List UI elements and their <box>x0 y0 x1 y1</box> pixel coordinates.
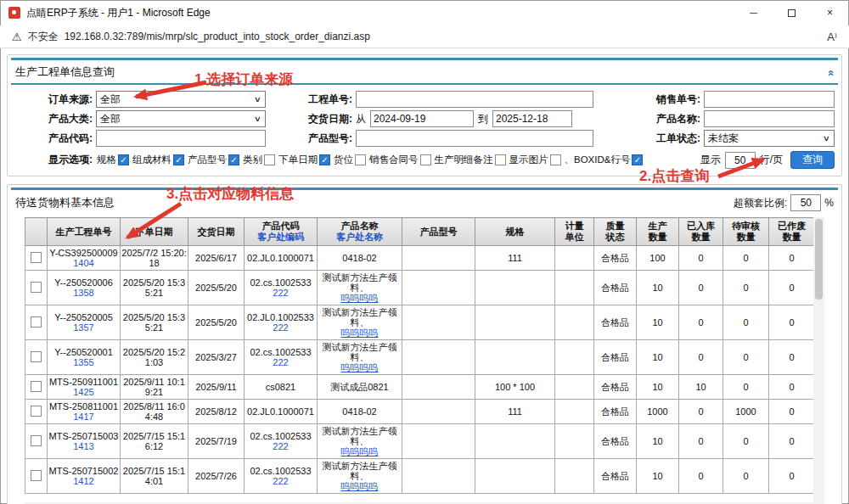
row-checkbox[interactable] <box>31 381 42 392</box>
qty-in-cell: 0 <box>679 459 723 494</box>
url-text[interactable]: 192.168.0.32:789/mis/mrp/slc_product_int… <box>65 31 370 42</box>
material-row[interactable]: MTS-25071500214122025/7/15 15:14:012025/… <box>25 459 815 494</box>
order-status-select[interactable]: 未结案 ∨ <box>704 130 835 147</box>
order-no-sub[interactable]: 1425 <box>48 387 119 397</box>
material-row[interactable]: MTS-25081100114172025/8/11 16:04:482025/… <box>25 400 815 424</box>
project-no-input[interactable] <box>356 91 593 108</box>
row-checkbox[interactable] <box>31 282 42 293</box>
date-to-input[interactable] <box>492 110 572 127</box>
product-name: 测试新方法生产领料、 <box>318 307 401 328</box>
spec-cell: 111 <box>475 246 555 271</box>
display-option[interactable]: 下单日期✓ <box>278 154 330 166</box>
row-checkbox[interactable] <box>31 406 42 417</box>
checkbox-icon[interactable]: ✓ <box>632 154 643 165</box>
product-name-link[interactable]: 呜呜呜呜 <box>318 362 401 372</box>
order-source-select[interactable]: 全部 ∨ <box>96 91 266 108</box>
ratio-input[interactable] <box>790 194 821 211</box>
read-aloud-icon[interactable]: A⁾ <box>827 31 837 43</box>
category-label: 产品大类: <box>14 112 93 126</box>
material-row[interactable]: Y--25052000513572025/5/20 15:35:212025/5… <box>25 305 815 340</box>
quality-cell: 合格品 <box>594 246 637 271</box>
display-option[interactable]: 销售合同号 <box>369 154 431 166</box>
row-checkbox[interactable] <box>31 470 42 481</box>
order-no-sub[interactable]: 1358 <box>48 288 119 298</box>
order-date-cell: 2025/9/11 10:19:21 <box>121 375 188 400</box>
minimize-button[interactable]: ─ <box>734 0 773 25</box>
collapse-icon[interactable]: « <box>824 70 837 75</box>
page-size-input[interactable] <box>725 152 756 169</box>
checkbox-icon[interactable] <box>264 154 275 165</box>
column-header-8: 质量状态 <box>594 218 637 246</box>
product-code-sub[interactable]: 222 <box>245 288 316 298</box>
display-option[interactable]: 规格✓ <box>97 154 129 166</box>
sales-no-input[interactable] <box>704 91 835 108</box>
row-checkbox[interactable] <box>31 316 42 328</box>
page-size-suffix: 行/页 <box>760 153 783 167</box>
product-name-input[interactable] <box>704 110 835 127</box>
product-name-link[interactable]: 呜呜呜呜 <box>318 293 401 303</box>
material-row[interactable]: Y-CS39250000914042025/7/2 15:20:182025/6… <box>25 246 815 271</box>
row-checkbox[interactable] <box>31 435 42 446</box>
materials-header-row: 生产工程单号下单日期交货日期产品代码客户处编码产品名称客户处名称产品型号规格计量… <box>25 218 815 246</box>
search-button[interactable]: 查询 <box>790 151 835 169</box>
product-code-sub[interactable]: 222 <box>245 357 316 367</box>
order-no-sub[interactable]: 1355 <box>48 357 119 367</box>
page-size-group: 显示 行/页 查询 <box>700 151 835 169</box>
checkbox-icon[interactable]: ✓ <box>319 154 330 165</box>
display-option[interactable]: 显示图片 <box>509 154 561 166</box>
product-name-cell: 测试新方法生产领料、呜呜呜呜 <box>318 271 402 305</box>
order-no-sub[interactable]: 1404 <box>48 258 119 268</box>
checkbox-icon[interactable]: ✓ <box>173 154 184 165</box>
product-code: cs0821 <box>245 382 316 392</box>
material-row[interactable]: MTS-25071500314132025/7/15 15:16:122025/… <box>25 424 815 459</box>
order-no-sub[interactable]: 1357 <box>48 322 119 333</box>
display-option[interactable]: 生产明细备注 <box>435 154 506 166</box>
product-code-sub[interactable]: 222 <box>245 441 316 451</box>
date-from-input[interactable] <box>370 110 474 127</box>
product-code-input[interactable] <box>96 130 266 147</box>
warning-icon[interactable]: ⚠ <box>12 31 22 43</box>
security-label: 不安全 <box>28 30 59 44</box>
checkbox-icon[interactable] <box>550 154 561 165</box>
checkbox-icon[interactable]: ✓ <box>228 154 239 165</box>
order-no-sub[interactable]: 1417 <box>48 412 119 422</box>
display-option[interactable]: 产品型号✓ <box>188 154 239 166</box>
checkbox-icon[interactable] <box>495 154 506 165</box>
product-name-link[interactable]: 呜呜呜呜 <box>318 328 401 338</box>
product-name-link[interactable]: 呜呜呜呜 <box>318 481 401 491</box>
material-row[interactable]: Y--25052000613582025/5/20 15:35:212025/5… <box>25 271 815 305</box>
row-checkbox[interactable] <box>31 351 42 362</box>
browser-addressbar[interactable]: ⚠ 不安全 192.168.0.32:789/mis/mrp/slc_produ… <box>0 25 849 48</box>
category-select[interactable]: 全部 ∨ <box>96 110 266 127</box>
maximize-button[interactable] <box>773 0 811 25</box>
vertical-scrollbar-thumb[interactable] <box>815 219 823 300</box>
close-button[interactable]: × <box>811 0 849 25</box>
checkbox-icon[interactable] <box>355 154 366 165</box>
product-code-cell: 02.cs.1002533222 <box>245 459 318 494</box>
chevron-down-icon: ∨ <box>823 134 830 143</box>
display-option[interactable]: 货位 <box>334 154 366 166</box>
display-option[interactable]: BOXID&行号✓ <box>574 154 643 166</box>
checkbox-icon[interactable]: ✓ <box>118 154 129 165</box>
product-code-sub[interactable]: 222 <box>245 322 316 333</box>
order-no-sub[interactable]: 1412 <box>48 476 119 486</box>
qty-pending-cell: 0 <box>723 305 769 340</box>
checkbox-icon[interactable] <box>420 154 431 165</box>
qty-produce-cell: 10 <box>637 459 679 494</box>
product-model-input[interactable] <box>356 130 593 147</box>
qty-void-cell: 0 <box>769 340 815 375</box>
product-name-link[interactable]: 呜呜呜呜 <box>318 446 401 456</box>
materials-table: 生产工程单号下单日期交货日期产品代码客户处编码产品名称客户处名称产品型号规格计量… <box>25 217 815 494</box>
order-no-cell: MTS-2509110011425 <box>48 375 121 400</box>
product-code-sub[interactable]: 222 <box>245 476 316 486</box>
material-row[interactable]: MTS-25091100114252025/9/11 10:19:212025/… <box>25 375 815 400</box>
order-no: MTS-250715003 <box>48 431 119 441</box>
table-vertical-scrollbar[interactable] <box>813 217 824 502</box>
material-row[interactable]: Y--25052000113552025/5/20 15:21:032025/3… <box>25 340 815 375</box>
row-checkbox[interactable] <box>31 252 42 263</box>
display-option[interactable]: 类别 <box>243 154 275 166</box>
order-no-cell: MTS-2507150031413 <box>48 424 121 459</box>
order-no-sub[interactable]: 1413 <box>48 441 119 451</box>
row-select-cell <box>25 424 48 459</box>
display-option[interactable]: 组成材料✓ <box>132 154 184 166</box>
